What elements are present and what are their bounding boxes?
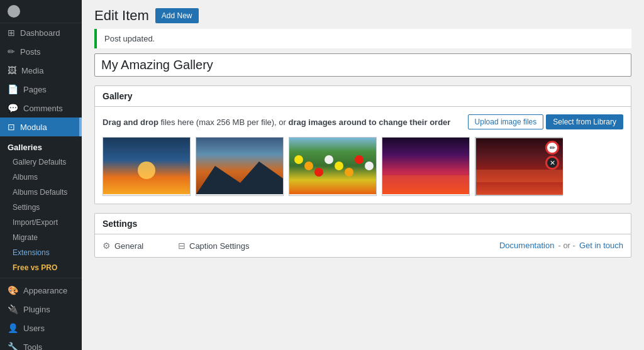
sidebar-item-tools[interactable]: 🔧 Tools [0,337,82,350]
sidebar-sub-gallery-defaults[interactable]: Gallery Defaults [0,155,82,170]
pages-icon: 📄 [8,84,18,94]
gallery-thumb-wrap: ✏✕ [475,137,563,196]
sidebar-item-label: Posts [20,47,41,57]
galleries-section-label: Galleries [0,136,82,155]
sidebar-item-label: Modula [20,123,47,132]
gallery-thumb-canvas [382,138,469,194]
gallery-box: Gallery Drag and drop files here (max 25… [94,85,631,204]
sidebar-item-label: Appearance [23,286,67,295]
add-new-button[interactable]: Add New [155,8,199,23]
gallery-images-grid: ✏✕ [103,137,623,196]
upload-instructions: Drag and drop files here (max 256 MB per… [103,118,450,127]
thumb-delete-button[interactable]: ✕ [545,156,559,170]
sub-item-label: Migrate [13,233,38,242]
settings-general: ⚙ General [103,241,165,251]
or-separator: - or - [558,241,575,250]
gallery-thumb-canvas [196,138,283,194]
sidebar-item-media[interactable]: 🖼 Media [0,61,82,80]
gallery-box-heading: Gallery [95,86,631,107]
sidebar-sub-albums-defaults[interactable]: Albums Defaults [0,185,82,200]
gear-icon: ⚙ [103,241,111,251]
thumb-overlay: ✏✕ [545,141,559,170]
drag-drop-bold: Drag and drop [103,118,158,127]
sidebar-item-users[interactable]: 👤 Users [0,319,82,337]
sidebar-item-label: Pages [23,85,47,94]
gallery-thumb-canvas [289,138,376,194]
upload-image-files-button[interactable]: Upload image files [468,114,544,129]
sidebar-item-pages[interactable]: 📄 Pages [0,80,82,99]
upload-bar: Drag and drop files here (max 256 MB per… [103,114,623,129]
settings-box-content: ⚙ General ⊟ Caption Settings Documentati… [95,234,631,257]
sub-item-label: Albums [13,173,38,182]
sidebar-sub-free-vs-pro[interactable]: Free vs PRO [0,260,82,275]
sidebar-item-label: Media [21,66,43,75]
sidebar-item-modula[interactable]: ⊡ Modula [0,118,82,136]
users-icon: 👤 [8,323,18,333]
media-icon: 🖼 [8,65,16,75]
gallery-thumb-wrap [103,137,191,196]
gallery-thumb-wrap [382,137,470,196]
sidebar-item-label: Dashboard [20,28,60,38]
tools-icon: 🔧 [8,342,18,350]
drag-order-bold: drag images around to change their order [288,118,450,127]
page-title: Edit Item [94,8,149,24]
thumb-edit-button[interactable]: ✏ [545,141,559,155]
appearance-icon: 🎨 [8,285,18,295]
get-in-touch-link[interactable]: Get in touch [579,241,623,250]
sub-item-label: Free vs PRO [13,263,57,272]
sidebar-item-plugins[interactable]: 🔌 Plugins [0,300,82,319]
gallery-box-content: Drag and drop files here (max 256 MB per… [95,107,631,204]
settings-box-heading: Settings [95,214,631,234]
sidebar-sub-settings[interactable]: Settings [0,200,82,215]
update-notice: Post updated. [94,29,631,48]
gallery-title-input[interactable] [94,53,631,77]
sub-item-label: Extensions [13,248,50,257]
comments-icon: 💬 [8,103,18,113]
sidebar-item-label: Plugins [23,305,50,314]
settings-caption: ⊟ Caption Settings [178,241,487,251]
active-indicator [79,118,82,136]
sub-item-label: Gallery Defaults [13,158,66,167]
sidebar-item-label: Comments [23,104,63,113]
sidebar-logo [0,0,82,23]
caption-label: Caption Settings [189,241,249,251]
sub-item-label: Settings [13,203,40,212]
sidebar-sub-migrate[interactable]: Migrate [0,230,82,245]
modula-icon: ⊡ [8,122,15,132]
gallery-thumb-wrap [196,137,284,196]
sidebar-sub-import-export[interactable]: Import/Export [0,215,82,230]
documentation-link[interactable]: Documentation [499,241,554,250]
sidebar-item-dashboard[interactable]: ⊞ Dashboard [0,23,82,42]
upload-buttons: Upload image files Select from Library [468,114,623,129]
gallery-thumb-wrap [289,137,377,196]
sidebar-divider [0,278,82,278]
sidebar: ⊞ Dashboard ✏ Posts 🖼 Media 📄 Pages 💬 Co… [0,0,82,350]
upload-text-rest: files here (max 256 MB per file), or [158,118,289,127]
gallery-thumb-canvas [103,138,190,194]
sub-item-label: Import/Export [13,218,58,227]
sub-item-label: Albums Defaults [13,188,67,197]
sidebar-item-appearance[interactable]: 🎨 Appearance [0,281,82,300]
sidebar-sub-extensions[interactable]: Extensions [0,245,82,260]
settings-links: Documentation - or - Get in touch [499,241,623,250]
sidebar-item-posts[interactable]: ✏ Posts [0,42,82,61]
sidebar-item-comments[interactable]: 💬 Comments [0,99,82,118]
sidebar-item-label: Tools [23,342,42,351]
page-header: Edit Item Add New [82,0,644,29]
general-label: General [114,241,143,251]
caption-icon: ⊟ [178,241,186,251]
select-from-library-button[interactable]: Select from Library [546,114,623,129]
wp-logo-icon [8,5,20,18]
sidebar-item-label: Users [23,324,45,333]
main-content: Edit Item Add New Post updated. Gallery … [82,0,644,350]
dashboard-icon: ⊞ [8,28,15,38]
sidebar-sub-albums[interactable]: Albums [0,170,82,185]
settings-box: Settings ⚙ General ⊟ Caption Settings Do… [94,213,631,258]
posts-icon: ✏ [8,46,15,57]
notice-text: Post updated. [104,34,155,43]
plugins-icon: 🔌 [8,304,18,314]
